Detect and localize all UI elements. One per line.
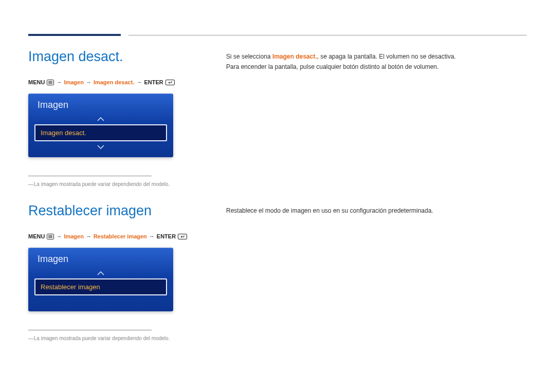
- osd-selected-item[interactable]: Imagen desact.: [34, 124, 167, 141]
- footnote-text: La imagen mostrada puede variar dependie…: [28, 335, 213, 341]
- section-imagen-desact: Imagen desact. MENU → Imagen → Imagen de…: [28, 49, 213, 187]
- osd-title: Imagen: [34, 99, 167, 115]
- section-imagen-desact-body: Si se selecciona Imagen desact., se apag…: [226, 51, 527, 72]
- menu-icon: [47, 80, 54, 85]
- footnote-text: La imagen mostrada puede variar dependie…: [28, 181, 213, 187]
- path-seg-imagen: Imagen: [64, 233, 84, 239]
- arrow-icon: →: [86, 79, 91, 85]
- osd-title: Imagen: [34, 253, 167, 269]
- menu-label: MENU: [28, 79, 45, 85]
- section-title: Restablecer imagen: [28, 203, 213, 219]
- footnote-rule: [28, 176, 152, 176]
- arrow-icon: →: [149, 233, 155, 239]
- chevron-up-icon[interactable]: [34, 115, 167, 123]
- enter-icon: [165, 80, 175, 85]
- menu-path: MENU → Imagen → Restablecer imagen → ENT…: [28, 233, 213, 239]
- arrow-icon: →: [56, 79, 62, 85]
- menu-path: MENU → Imagen → Imagen desact. → ENTER: [28, 79, 213, 85]
- chevron-down-icon[interactable]: [34, 142, 167, 151]
- path-seg-imagen-desact: Imagen desact.: [94, 79, 134, 85]
- header-thick-rule: [28, 34, 121, 36]
- body-text-suffix: , se apaga la pantalla. El volumen no se…: [317, 53, 456, 60]
- menu-label: MENU: [28, 233, 45, 239]
- chevron-up-icon[interactable]: [34, 269, 167, 277]
- body-paragraph: Restablece el modo de imagen en uso en s…: [226, 206, 527, 216]
- arrow-icon: →: [56, 233, 62, 239]
- menu-icon: [47, 234, 54, 239]
- path-seg-imagen: Imagen: [64, 79, 84, 85]
- arrow-icon: →: [136, 79, 142, 85]
- body-paragraph: Si se selecciona Imagen desact., se apag…: [226, 51, 527, 62]
- arrow-icon: →: [86, 233, 91, 239]
- section-restablecer-imagen: Restablecer imagen MENU → Imagen → Resta…: [28, 203, 213, 341]
- osd-selected-item[interactable]: Restablecer imagen: [34, 278, 167, 295]
- osd-panel: Imagen Restablecer imagen: [28, 248, 173, 311]
- body-paragraph: Para encender la pantalla, pulse cualqui…: [226, 62, 527, 72]
- body-text-prefix: Si se selecciona: [226, 53, 272, 60]
- enter-label: ENTER: [157, 233, 176, 239]
- section-restablecer-imagen-body: Restablece el modo de imagen en uso en s…: [226, 206, 527, 216]
- body-text-highlight: Imagen desact.: [272, 53, 317, 60]
- path-seg-restablecer: Restablecer imagen: [94, 233, 147, 239]
- footnote-rule: [28, 330, 152, 330]
- section-title: Imagen desact.: [28, 49, 213, 65]
- osd-panel: Imagen Imagen desact.: [28, 94, 173, 157]
- header-thin-rule: [128, 35, 527, 35]
- enter-label: ENTER: [144, 79, 163, 85]
- enter-icon: [178, 234, 187, 239]
